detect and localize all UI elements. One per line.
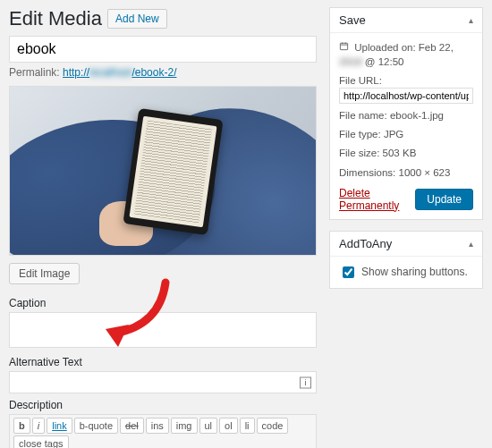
page-title: Edit Media Add New bbox=[9, 7, 317, 30]
show-sharing-row[interactable]: Show sharing buttons. bbox=[339, 264, 473, 281]
qt-ol-button[interactable]: ol bbox=[219, 418, 238, 434]
description-label: Description bbox=[9, 399, 317, 411]
qt-b-button[interactable]: b bbox=[13, 418, 30, 434]
permalink-label: Permalink: bbox=[9, 66, 60, 79]
add-new-button[interactable]: Add New bbox=[107, 9, 167, 29]
info-icon: i bbox=[300, 376, 311, 388]
show-sharing-label: Show sharing buttons. bbox=[361, 266, 468, 278]
uploaded-on-row: Uploaded on: Feb 22, 2018 @ 12:50 bbox=[339, 40, 473, 69]
media-preview bbox=[9, 86, 317, 256]
addtoany-title: AddToAny bbox=[339, 237, 392, 250]
qt-code-button[interactable]: code bbox=[257, 418, 289, 434]
svg-rect-0 bbox=[340, 43, 347, 49]
filesize-row: File size: 503 KB bbox=[339, 146, 473, 160]
qt-img-button[interactable]: img bbox=[171, 418, 198, 434]
qt-del-button[interactable]: del bbox=[120, 418, 144, 434]
save-postbox-title: Save bbox=[339, 13, 366, 27]
delete-permanently-link[interactable]: Delete Permanently bbox=[339, 187, 415, 212]
addtoany-postbox: AddToAny ▴ Show sharing buttons. bbox=[329, 231, 483, 289]
qt-link-button[interactable]: link bbox=[47, 418, 72, 434]
filename-row: File name: ebook-1.jpg bbox=[339, 108, 473, 123]
qt-ins-button[interactable]: ins bbox=[146, 418, 169, 434]
quicktags-toolbar: bilinkb-quotedelinsimgulollicodeclose ta… bbox=[9, 414, 317, 448]
qt-b-quote-button[interactable]: b-quote bbox=[74, 418, 118, 434]
qt-i-button[interactable]: i bbox=[32, 418, 45, 434]
save-toggle-icon[interactable]: ▴ bbox=[469, 15, 473, 25]
addtoany-toggle-icon[interactable]: ▴ bbox=[469, 239, 473, 249]
calendar-icon bbox=[339, 42, 352, 53]
qt-li-button[interactable]: li bbox=[240, 418, 255, 434]
file-url-input[interactable] bbox=[339, 88, 473, 104]
edit-image-button[interactable]: Edit Image bbox=[9, 263, 80, 284]
qt-close-tags-button[interactable]: close tags bbox=[13, 435, 69, 448]
alt-text-label: Alternative Text bbox=[9, 356, 317, 368]
save-postbox: Save ▴ Uploaded on: Feb 22, 2018 @ 12:50… bbox=[329, 7, 483, 220]
file-url-label: File URL: bbox=[339, 75, 382, 86]
dimensions-row: Dimensions: 1000 × 623 bbox=[339, 165, 473, 180]
qt-ul-button[interactable]: ul bbox=[199, 418, 218, 434]
show-sharing-checkbox[interactable] bbox=[343, 266, 354, 278]
media-title-input[interactable] bbox=[9, 36, 317, 63]
page-title-text: Edit Media bbox=[9, 7, 102, 30]
filetype-row: File type: JPG bbox=[339, 127, 473, 141]
caption-textarea[interactable] bbox=[9, 312, 317, 348]
permalink-link[interactable]: http://localhost/ebook-2/ bbox=[63, 66, 176, 79]
permalink-row: Permalink: http://localhost/ebook-2/ bbox=[9, 66, 317, 79]
alt-text-input[interactable] bbox=[9, 371, 317, 393]
update-button[interactable]: Update bbox=[415, 189, 473, 210]
caption-label: Caption bbox=[9, 297, 317, 309]
